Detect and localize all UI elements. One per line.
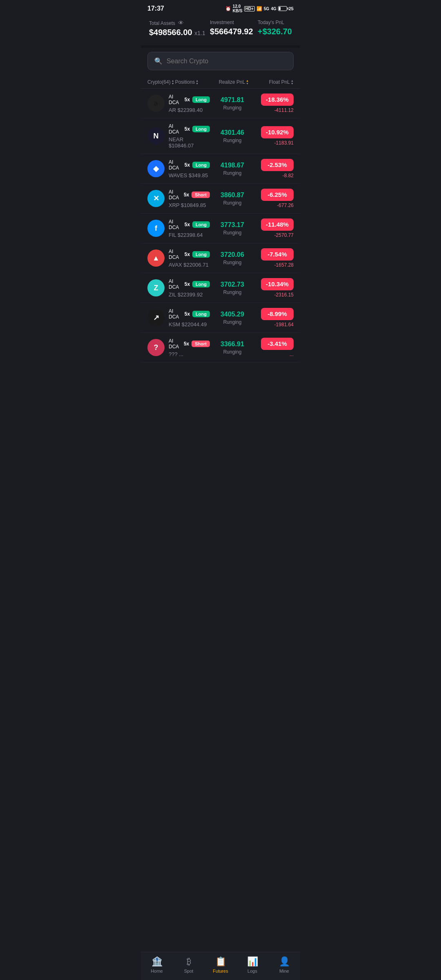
- th-crypto[interactable]: Crypto(64) ▲▼ Positions ▲▼: [147, 79, 198, 85]
- nav-item-logs[interactable]: 📊 Logs: [236, 956, 268, 973]
- crypto-info: AI DCA 5x Long AR $22398.40: [169, 94, 210, 113]
- crypto-top-line: AI DCA 5x Long: [169, 159, 210, 171]
- direction-tag: Long: [192, 96, 210, 103]
- crypto-row[interactable]: a AI DCA 5x Long AR $22398.40 4971.81 Ru…: [141, 89, 300, 118]
- today-pnl-col: Today's PnL +$326.70: [258, 20, 292, 36]
- leverage-label: 5x: [185, 252, 190, 257]
- crypto-logo: ↗: [147, 309, 165, 326]
- nav-item-spot[interactable]: ₿ Spot: [173, 956, 205, 973]
- strategy-label: AI DCA: [169, 159, 182, 171]
- float-pnl-badge: -7.54%: [261, 248, 294, 261]
- float-abs-value: -4111.12: [255, 107, 294, 113]
- running-status: Runging: [214, 230, 251, 236]
- crypto-info: AI DCA 5x Long KSM $22044.49: [169, 308, 210, 327]
- wifi-icon: 📶: [256, 6, 262, 11]
- strategy-label: AI DCA: [169, 189, 181, 200]
- crypto-row[interactable]: N AI DCA 5x Long NEAR $10846.07 4301.46 …: [141, 118, 300, 154]
- float-abs-value: -677.26: [255, 203, 294, 208]
- running-status: Runging: [214, 290, 251, 295]
- crypto-row[interactable]: ✕ AI DCA 5x Short XRP $10849.85 3860.87 …: [141, 184, 300, 214]
- th-realize-pnl[interactable]: Realize PnL ▲▼: [219, 79, 249, 85]
- positions-sort-icon: ▲▼: [196, 79, 198, 85]
- alarm-icon: ⏰: [225, 6, 231, 11]
- float-pct-value: -3.41%: [267, 340, 287, 347]
- leverage-label: 5x: [185, 311, 190, 317]
- float-abs-value: -1657.28: [255, 262, 294, 268]
- strategy-label: AI DCA: [169, 94, 182, 105]
- running-status: Runging: [214, 349, 251, 355]
- strategy-label: AI DCA: [169, 249, 182, 260]
- crypto-logo: a: [147, 95, 165, 112]
- total-assets-label: Total Assets 👁: [149, 20, 205, 26]
- float-pnl-badge: -3.41%: [261, 338, 294, 350]
- crypto-name-price: ??? ...: [169, 351, 210, 357]
- strategy-label: AI DCA: [169, 123, 182, 135]
- leverage-label: 5x: [184, 341, 189, 347]
- search-box[interactable]: 🔍: [147, 52, 294, 70]
- crypto-name-price: XRP $10849.85: [169, 202, 210, 208]
- realize-pnl-value: 4301.46: [214, 129, 251, 136]
- float-pnl-col: -18.36% -4111.12: [255, 94, 294, 113]
- crypto-top-line: AI DCA 5x Long: [169, 219, 210, 230]
- investment-col: Investment $566479.92: [210, 20, 253, 36]
- search-icon: 🔍: [154, 57, 163, 65]
- strategy-label: AI DCA: [169, 278, 182, 290]
- crypto-row[interactable]: ◆ AI DCA 5x Long WAVES $349.85 4198.67 R…: [141, 154, 300, 184]
- realize-pnl-value: 3366.91: [214, 341, 251, 348]
- crypto-logo: ◆: [147, 160, 165, 177]
- crypto-name-price: WAVES $349.85: [169, 172, 210, 178]
- crypto-row[interactable]: ↗ AI DCA 5x Long KSM $22044.49 3405.29 R…: [141, 303, 300, 333]
- eye-icon[interactable]: 👁: [178, 20, 184, 26]
- running-status: Runging: [214, 138, 251, 143]
- running-status: Runging: [214, 105, 251, 111]
- strategy-label: AI DCA: [169, 308, 182, 320]
- realize-pnl-col: 3405.29 Runging: [214, 311, 251, 325]
- float-pnl-col: -11.48% -2570.77: [255, 218, 294, 238]
- signal-5g: 5G: [264, 7, 269, 11]
- crypto-row[interactable]: f AI DCA 5x Long FIL $22398.64 3773.17 R…: [141, 214, 300, 243]
- realize-pnl-col: 4301.46 Runging: [214, 129, 251, 143]
- crypto-name-price: AVAX $22006.71: [169, 262, 210, 268]
- crypto-row[interactable]: ? AI DCA 5x Short ??? ... 3366.91 Rungin…: [141, 333, 300, 363]
- nav-item-mine[interactable]: 👤 Mine: [268, 956, 300, 973]
- nav-item-home[interactable]: 🏦 Home: [141, 956, 173, 973]
- crypto-info: AI DCA 5x Long NEAR $10846.07: [169, 123, 210, 149]
- float-pnl-col: -10.34% -2316.15: [255, 278, 294, 298]
- crypto-sort-icon: ▲▼: [172, 79, 174, 85]
- float-pct-value: -10.92%: [266, 129, 289, 136]
- running-status: Runging: [214, 319, 251, 325]
- battery-icon: [278, 6, 287, 11]
- crypto-row[interactable]: ▲ AI DCA 5x Long AVAX $22006.71 3720.06 …: [141, 243, 300, 273]
- crypto-row[interactable]: Z AI DCA 5x Long ZIL $22399.92 3702.73 R…: [141, 273, 300, 303]
- nav-item-futures[interactable]: 📋 Futures: [205, 956, 236, 973]
- th-float-pnl[interactable]: Float PnL ▲▼: [269, 79, 294, 85]
- float-abs-value: -1981.64: [255, 322, 294, 327]
- realize-pnl-col: 3702.73 Runging: [214, 281, 251, 295]
- float-pnl-badge: -18.36%: [261, 94, 294, 106]
- realize-pnl-col: 3773.17 Runging: [214, 221, 251, 236]
- crypto-top-line: AI DCA 5x Long: [169, 123, 210, 135]
- crypto-logo: Z: [147, 279, 165, 296]
- today-pnl-value: +$326.70: [258, 27, 292, 36]
- float-pct-value: -8.99%: [267, 310, 287, 317]
- crypto-info: AI DCA 5x Long WAVES $349.85: [169, 159, 210, 178]
- search-input[interactable]: [167, 58, 287, 65]
- leverage-label: 5x: [185, 281, 190, 287]
- crypto-name-price: KSM $22044.49: [169, 321, 210, 327]
- crypto-top-line: AI DCA 5x Long: [169, 94, 210, 105]
- realize-pnl-value: 3702.73: [214, 281, 251, 288]
- leverage-label: 5x: [184, 192, 189, 198]
- total-assets-value: $498566.00 x1.1: [149, 28, 205, 37]
- crypto-name-price: FIL $22398.64: [169, 232, 210, 238]
- nav-label-spot: Spot: [184, 969, 194, 973]
- crypto-top-line: AI DCA 5x Long: [169, 249, 210, 260]
- multiplier: x1.1: [194, 30, 205, 36]
- nav-label-mine: Mine: [279, 969, 289, 973]
- crypto-info: AI DCA 5x Long AVAX $22006.71: [169, 249, 210, 268]
- crypto-list: a AI DCA 5x Long AR $22398.40 4971.81 Ru…: [141, 89, 300, 391]
- crypto-top-line: AI DCA 5x Long: [169, 278, 210, 290]
- realize-pnl-value: 3720.06: [214, 251, 251, 258]
- float-pct-value: -2.53%: [267, 161, 287, 168]
- float-abs-value: -2316.15: [255, 292, 294, 298]
- realize-pnl-col: 4198.67 Runging: [214, 162, 251, 176]
